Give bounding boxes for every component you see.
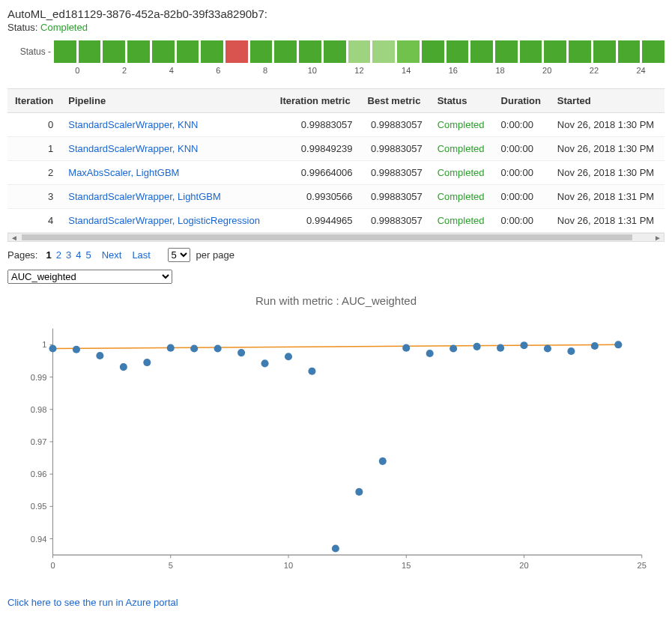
table-row[interactable]: 3StandardScalerWrapper, LightGBM0.993056… (7, 185, 665, 209)
pipeline-link[interactable]: StandardScalerWrapper, KNN (68, 143, 198, 154)
status-cell[interactable] (642, 40, 665, 63)
status-cell[interactable] (299, 40, 321, 63)
chart-point[interactable] (167, 344, 175, 352)
chart-svg[interactable]: 0.940.950.960.970.980.9910510152025 (7, 314, 665, 584)
status-cell[interactable] (447, 40, 469, 63)
chart-point[interactable] (379, 458, 387, 465)
pager-page[interactable]: 1 (43, 249, 53, 261)
chart-point[interactable] (614, 341, 622, 348)
cell-started: Nov 26, 2018 1:30 PM (550, 113, 665, 137)
status-cell[interactable] (127, 40, 150, 63)
col-iteration-metric[interactable]: Iteration metric (273, 89, 360, 113)
chart-point[interactable] (190, 344, 198, 352)
status-cell[interactable] (544, 40, 566, 63)
table-row[interactable]: 4StandardScalerWrapper, LogisticRegressi… (7, 209, 665, 233)
status-cell[interactable] (348, 40, 371, 63)
chart-point[interactable] (120, 363, 127, 371)
cell-iteration-metric: 0.99664006 (273, 161, 360, 185)
cell-pipeline: StandardScalerWrapper, LightGBM (61, 185, 272, 209)
chart-point[interactable] (143, 359, 151, 366)
status-cell[interactable] (250, 40, 273, 63)
cell-pipeline: StandardScalerWrapper, LogisticRegressio… (61, 209, 272, 233)
azure-portal-link[interactable]: Click here to see the run in Azure porta… (7, 597, 178, 608)
metric-select[interactable]: AUC_weighted (7, 270, 172, 284)
chart-point[interactable] (308, 368, 315, 375)
status-cell[interactable] (274, 40, 297, 63)
col-started[interactable]: Started (550, 89, 665, 113)
col-iteration[interactable]: Iteration (7, 89, 61, 113)
cell-iteration-metric: 0.9944965 (273, 209, 360, 233)
status-cell[interactable] (495, 40, 518, 63)
pager-page[interactable]: 4 (73, 249, 83, 261)
col-best-metric[interactable]: Best metric (360, 89, 430, 113)
chart-point[interactable] (355, 488, 363, 496)
svg-text:0.99: 0.99 (31, 373, 47, 382)
table-row[interactable]: 2MaxAbsScaler, LightGBM0.996640060.99883… (7, 161, 665, 185)
status-cell[interactable] (372, 40, 395, 63)
pipeline-link[interactable]: StandardScalerWrapper, LightGBM (68, 191, 221, 202)
status-cell[interactable] (54, 40, 76, 63)
status-axis-tick: 22 (571, 66, 618, 75)
chart-point[interactable] (591, 342, 599, 350)
col-duration[interactable]: Duration (494, 89, 550, 113)
pager-page[interactable]: 3 (64, 249, 73, 261)
status-cell[interactable] (520, 40, 542, 63)
pipeline-link[interactable]: StandardScalerWrapper, LogisticRegressio… (68, 215, 260, 226)
pipeline-link[interactable]: StandardScalerWrapper, KNN (68, 119, 198, 130)
pager-page[interactable]: 5 (83, 249, 93, 261)
chart-point[interactable] (214, 344, 222, 352)
chart-point[interactable] (544, 344, 551, 352)
status-cell[interactable] (593, 40, 616, 63)
col-status[interactable]: Status (430, 89, 494, 113)
pager-label: Pages: (7, 249, 37, 261)
chart-point[interactable] (96, 352, 103, 359)
chart-point[interactable] (73, 346, 80, 353)
status-axis-tick: 16 (430, 66, 477, 75)
per-page-select[interactable]: 5 (168, 248, 190, 262)
status-cell[interactable] (618, 40, 641, 63)
chart-point[interactable] (520, 341, 527, 349)
col-pipeline[interactable]: Pipeline (61, 89, 272, 113)
table-row[interactable]: 0StandardScalerWrapper, KNN0.998830570.9… (7, 113, 665, 137)
status-cell[interactable] (470, 40, 493, 63)
status-cell[interactable] (177, 40, 199, 63)
chart-point[interactable] (402, 344, 410, 352)
table-row[interactable]: 1StandardScalerWrapper, KNN0.998492390.9… (7, 137, 665, 161)
status-cell[interactable] (103, 40, 125, 63)
chart-point[interactable] (261, 359, 269, 367)
cell-duration: 0:00:00 (494, 185, 550, 209)
chart-point[interactable] (473, 343, 481, 350)
svg-text:0.95: 0.95 (31, 502, 47, 511)
pager-next[interactable]: Next (100, 249, 124, 261)
chart-point[interactable] (567, 347, 575, 355)
status-cell[interactable] (201, 40, 223, 63)
pager-page[interactable]: 2 (54, 249, 64, 261)
chart-point[interactable] (237, 349, 245, 356)
status-axis-tick: 8 (242, 66, 289, 75)
pipeline-link[interactable]: MaxAbsScaler, LightGBM (68, 167, 179, 178)
chart-point[interactable] (285, 353, 292, 360)
status-cell[interactable] (422, 40, 444, 63)
status-cell[interactable] (79, 40, 101, 63)
status-cell[interactable] (397, 40, 420, 63)
chart-point[interactable] (332, 544, 339, 552)
chart-point[interactable] (449, 344, 457, 352)
scroll-thumb[interactable] (22, 234, 632, 240)
svg-text:0.97: 0.97 (31, 437, 47, 446)
cell-duration: 0:00:00 (494, 209, 550, 233)
cell-status: Completed (430, 209, 494, 233)
status-cell[interactable] (152, 40, 175, 63)
chart-point[interactable] (49, 344, 56, 352)
cell-iteration-metric: 0.99849239 (273, 137, 360, 161)
status-cell[interactable] (569, 40, 591, 63)
page-title: AutoML_ed181129-3876-452a-82b0-39f33a829… (7, 7, 665, 20)
status-cell[interactable] (324, 40, 346, 63)
chart-point[interactable] (426, 350, 434, 357)
chart-point[interactable] (497, 344, 504, 352)
cell-started: Nov 26, 2018 1:30 PM (550, 161, 665, 185)
scroll-right-icon[interactable]: ► (652, 234, 664, 241)
status-cell[interactable] (225, 40, 248, 63)
scroll-left-icon[interactable]: ◄ (8, 234, 20, 241)
pager-last[interactable]: Last (130, 249, 153, 261)
horizontal-scrollbar[interactable]: ◄ ► (7, 233, 665, 242)
